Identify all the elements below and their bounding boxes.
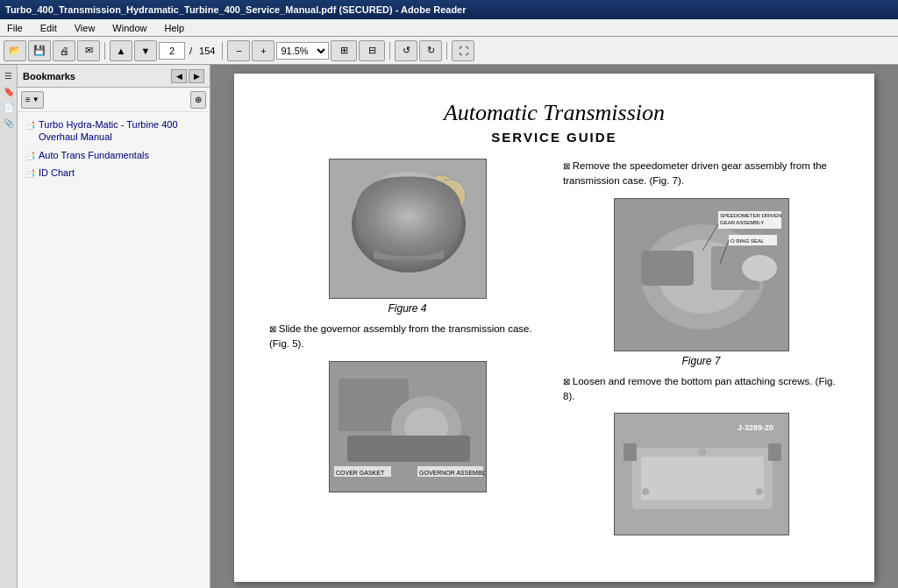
svg-text:SPEEDOMETER DRIVEN: SPEEDOMETER DRIVEN [720,213,781,218]
rotate-button[interactable]: ↺ [395,40,417,61]
layers-icon[interactable]: 📎 [2,116,16,130]
title-text: Turbo_400_Transmission_Hydramatic_Turbin… [5,4,467,15]
sidebar-options-button[interactable]: ≡ ▼ [21,91,44,109]
figure4-caption: Figure 4 [388,302,426,315]
menu-bar: File Edit View Window Help [0,19,898,37]
left-icon-panel: ☰ 🔖 📄 📎 [0,65,18,588]
prev-page-button[interactable]: ▲ [110,40,132,61]
save-button[interactable]: 💾 [28,40,51,61]
menu-file[interactable]: File [4,21,26,35]
svg-point-35 [756,488,763,495]
figure5-container: COVER GASKET GOVERNOR ASSEMBLY [269,361,545,492]
svg-point-36 [699,449,706,456]
menu-view[interactable]: View [71,21,99,35]
svg-rect-32 [768,443,781,461]
svg-rect-10 [347,436,470,462]
pdf-page: Automatic Transmission SERVICE GUIDE [234,74,874,582]
zoom-in-button[interactable]: + [252,40,274,61]
svg-text:J-3289-20: J-3289-20 [738,423,773,432]
svg-text:GOVERNOR ASSEMBLY: GOVERNOR ASSEMBLY [419,470,486,476]
sidebar-action-button[interactable]: ⊕ [190,91,206,109]
bookmark-list: 📑 Turbo Hydra-Matic - Turbine 400 Overha… [18,112,210,588]
bookmark-item-2[interactable]: 📑 ID Chart [18,164,210,181]
figure5-image: COVER GASKET GOVERNOR ASSEMBLY [329,361,487,492]
figure4-image [329,159,487,299]
bookmark-item-1[interactable]: 📑 Auto Trans Fundamentals [18,146,210,164]
bookmark-panel-icon[interactable]: 🔖 [2,84,16,98]
sep3 [389,42,390,60]
bottom-pan-text: Loosen and remove the bottom pan attachi… [563,374,839,405]
figure7-image: SPEEDOMETER DRIVEN GEAR ASSEMBLY O RING … [614,198,789,351]
email-button[interactable]: ✉ [77,40,100,61]
sep4 [446,42,447,60]
toolbar: 📂 💾 🖨 ✉ ▲ ▼ / 154 − + 91.5% ⊞ ⊟ ↺ ↻ ⛶ [0,37,898,65]
pages-icon[interactable]: 📄 [2,100,16,114]
slide-governor-text: Slide the governor assembly from the tra… [269,322,545,352]
page-subtitle: SERVICE GUIDE [269,130,839,145]
svg-rect-31 [624,443,637,461]
page-total: 154 [196,46,217,56]
svg-point-34 [642,488,649,495]
fit-width-button[interactable]: ⊟ [359,40,385,61]
figure7-container: SPEEDOMETER DRIVEN GEAR ASSEMBLY O RING … [563,198,839,367]
svg-text:GEAR ASSEMBLY: GEAR ASSEMBLY [720,220,764,225]
print-button[interactable]: 🖨 [53,40,75,61]
figure8-image: J-3289-20 [614,413,789,535]
bookmark-label-1: Auto Trans Fundamentals [39,149,149,161]
svg-rect-30 [641,457,764,500]
sidebar: Bookmarks ◀ ▶ ≡ ▼ ⊕ 📑 Turbo Hydra-Matic … [18,65,210,588]
hand-icon[interactable]: ☰ [2,68,16,82]
sidebar-header: Bookmarks ◀ ▶ [18,65,210,88]
svg-rect-4 [374,242,444,259]
figure8-container: J-3289-20 [563,413,839,535]
figure4-container: Figure 4 [269,159,545,315]
bookmark-icon-0: 📑 [25,119,35,131]
svg-point-2 [365,189,417,233]
open-button[interactable]: 📂 [4,40,26,61]
page-number-input[interactable] [159,42,185,60]
menu-window[interactable]: Window [109,21,150,35]
right-column: Remove the speedometer driven gear assem… [563,159,839,542]
fit-page-button[interactable]: ⊞ [331,40,357,61]
left-column: Figure 4 Slide the governor assembly fro… [269,159,545,542]
sidebar-collapse-button[interactable]: ◀ [171,69,187,83]
sidebar-expand-button[interactable]: ▶ [189,69,204,83]
pdf-viewer[interactable]: Automatic Transmission SERVICE GUIDE [210,65,898,588]
speedometer-text: Remove the speedometer driven gear assem… [563,159,839,189]
sidebar-title: Bookmarks [23,71,75,81]
sep2 [222,42,223,60]
svg-point-3 [404,216,448,251]
sep1 [104,42,105,60]
zoom-select[interactable]: 91.5% [276,42,329,60]
sidebar-toolbar: ≡ ▼ ⊕ [18,88,210,112]
svg-point-5 [378,172,439,198]
page-separator: / [187,46,195,56]
fullscreen-button[interactable]: ⛶ [452,40,474,61]
rotate2-button[interactable]: ↻ [419,40,442,61]
main-area: ☰ 🔖 📄 📎 Bookmarks ◀ ▶ ≡ ▼ ⊕ 📑 T [0,65,898,588]
menu-edit[interactable]: Edit [37,21,61,35]
bookmark-icon-1: 📑 [25,150,35,161]
bookmark-item-0[interactable]: 📑 Turbo Hydra-Matic - Turbine 400 Overha… [18,116,210,146]
next-page-button[interactable]: ▼ [134,40,157,61]
svg-point-20 [742,255,777,281]
page-two-col: Figure 4 Slide the governor assembly fro… [269,159,839,542]
menu-help[interactable]: Help [160,21,188,35]
svg-text:COVER GASKET: COVER GASKET [336,470,385,476]
bookmark-label-0: Turbo Hydra-Matic - Turbine 400 Overhaul… [39,118,203,144]
svg-text:O RING SEAL: O RING SEAL [731,238,765,244]
page-title-script: Automatic Transmission [269,100,839,126]
bookmark-icon-2: 📑 [25,167,35,179]
title-bar: Turbo_400_Transmission_Hydramatic_Turbin… [0,0,898,19]
bookmark-label-2: ID Chart [39,166,75,179]
figure7-caption: Figure 7 [681,355,720,367]
svg-rect-18 [641,251,694,286]
zoom-out-button[interactable]: − [227,40,250,61]
